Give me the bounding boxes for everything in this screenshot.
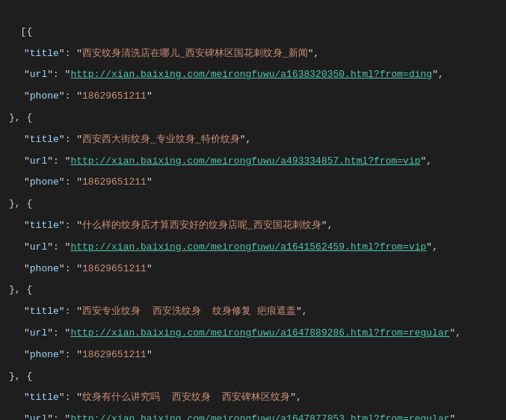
title-key-3: title: [30, 306, 59, 317]
phone-key-1: phone: [30, 176, 59, 188]
phone-key-3: phone: [30, 349, 59, 360]
url-line-3: "url": "http://xian.baixing.com/meirongf…: [0, 323, 506, 345]
url-key-4: url: [30, 413, 47, 420]
url-value-1[interactable]: http://xian.baixing.com/meirongfuwu/a493…: [70, 155, 420, 167]
phone-line-1: "phone": "18629651211": [0, 172, 506, 194]
open-bracket: [{: [21, 26, 33, 37]
title-line-3: "title": "西安专业纹身 西安洗纹身 纹身修复 疤痕遮盖",: [0, 301, 506, 323]
separator-1: }, {: [0, 194, 506, 215]
separator-3: }, {: [0, 366, 506, 388]
url-key-2: url: [30, 241, 47, 253]
title-quote-open: ": [9, 306, 30, 317]
title-key-4: title: [30, 392, 59, 403]
title-value-2: 什么样的纹身店才算西安好的纹身店呢_西安国花刺纹身: [82, 220, 321, 231]
url-key-0: url: [30, 69, 47, 80]
title-value-0: 西安纹身清洗店在哪儿_西安碑林区国花刺纹身_新闻: [82, 48, 308, 59]
url-line-1: "url": "http://xian.baixing.com/meirongf…: [0, 151, 506, 173]
title-quote-open: ": [9, 48, 30, 59]
phone-value-2: 18629651211: [82, 263, 146, 274]
title-value-1: 西安西大街纹身_专业纹身_特价纹身: [82, 134, 240, 145]
url-value-0[interactable]: http://xian.baixing.com/meirongfuwu/a163…: [70, 69, 432, 80]
title-quote-open: ": [9, 220, 30, 231]
url-value-4[interactable]: http://xian.baixing.com/meirongfuwu/a164…: [70, 413, 449, 420]
title-line-2: "title": "什么样的纹身店才算西安好的纹身店呢_西安国花刺纹身",: [0, 215, 506, 237]
title-key-1: title: [30, 134, 59, 145]
phone-value-0: 18629651211: [82, 90, 146, 102]
url-line-2: "url": "http://xian.baixing.com/meirongf…: [0, 237, 506, 259]
title-line-4: "title": "纹身有什么讲究吗 西安纹身 西安碑林区纹身",: [0, 387, 506, 409]
url-line-4: "url": "http://xian.baixing.com/meirongf…: [0, 409, 506, 420]
phone-line-2: "phone": "18629651211": [0, 259, 506, 280]
url-value-3[interactable]: http://xian.baixing.com/meirongfuwu/a164…: [70, 327, 449, 339]
title-line-1: "title": "西安西大街纹身_专业纹身_特价纹身",: [0, 129, 506, 151]
title-key-2: title: [30, 220, 59, 231]
phone-key-0: phone: [30, 90, 59, 102]
url-line-0: "url": "http://xian.baixing.com/meirongf…: [0, 64, 506, 86]
phone-value-3: 18629651211: [82, 349, 146, 360]
title-quote-open: ": [9, 392, 30, 403]
phone-line-3: "phone": "18629651211": [0, 345, 506, 366]
title-key-0: title: [30, 48, 59, 59]
title-value-4: 纹身有什么讲究吗 西安纹身 西安碑林区纹身: [82, 392, 290, 403]
title-line-0: "title": "西安纹身清洗店在哪儿_西安碑林区国花刺纹身_新闻",: [0, 43, 506, 65]
title-value-3: 西安专业纹身 西安洗纹身 纹身修复 疤痕遮盖: [82, 306, 296, 317]
phone-value-1: 18629651211: [82, 176, 146, 188]
url-value-2[interactable]: http://xian.baixing.com/meirongfuwu/a164…: [70, 241, 426, 253]
phone-line-0: "phone": "18629651211": [0, 86, 506, 108]
separator-2: }, {: [0, 280, 506, 301]
url-key-3: url: [30, 327, 47, 339]
json-output: [{: [0, 6, 506, 43]
title-quote-open: ": [9, 134, 30, 145]
phone-key-2: phone: [30, 263, 59, 274]
separator-0: }, {: [0, 108, 506, 129]
url-key-1: url: [30, 155, 47, 167]
